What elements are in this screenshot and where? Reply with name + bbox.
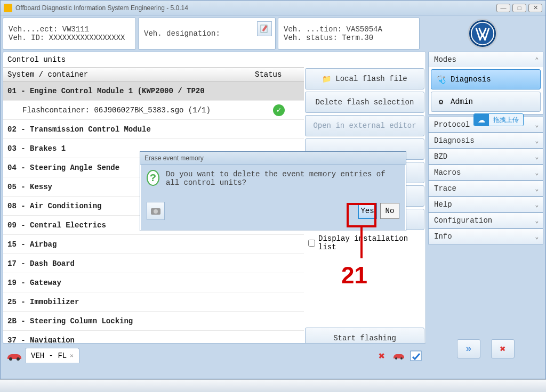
svg-point-5 (395, 357, 397, 360)
car-small-icon[interactable] (392, 349, 406, 363)
chevron-down-icon: ⌄ (535, 217, 539, 224)
chevron-down-icon: ⌄ (535, 233, 539, 240)
tab-veh-fl[interactable]: VEH - FL ✕ (25, 348, 79, 363)
annotation-line (360, 227, 363, 258)
status-ok-icon: ✓ (273, 104, 285, 116)
accordion-trace[interactable]: Trace⌄ (429, 181, 543, 196)
start-flashing-button[interactable]: Start flashing (305, 328, 424, 344)
gear-icon: ⚙ (436, 96, 446, 107)
column-system[interactable]: System / container (7, 70, 255, 79)
column-status[interactable]: Status (255, 70, 300, 79)
chevron-down-icon: ⌄ (535, 137, 539, 144)
tab-close-icon[interactable]: ✕ (70, 352, 74, 359)
svg-point-3 (9, 357, 12, 361)
annotation-number: 21 (341, 262, 367, 289)
stethoscope-icon: 🩺 (436, 74, 446, 85)
chevron-down-icon: ⌄ (535, 121, 539, 128)
vehicle-connection-box: Veh. ...tion: VAS5054A Veh. status: Term… (278, 18, 420, 50)
svg-point-9 (154, 209, 158, 214)
delete-flash-button[interactable]: Delete flash selection (305, 92, 424, 113)
window-title: Offboard Diagnostic Information System E… (15, 4, 188, 12)
accordion-configuration[interactable]: Configuration⌄ (429, 213, 543, 228)
no-button[interactable]: No (380, 203, 399, 219)
checklist-icon[interactable] (409, 349, 423, 363)
local-flash-file-button[interactable]: 📁Local flash file (305, 68, 424, 89)
svg-rect-0 (262, 25, 267, 31)
brand-logo (422, 18, 543, 50)
display-installation-list-label: Display installation list (318, 234, 421, 251)
cloud-icon: ☁ (474, 113, 489, 126)
taskbar (0, 379, 546, 392)
next-button[interactable]: » (457, 339, 480, 358)
accordion-macros[interactable]: Macros⌄ (429, 165, 543, 180)
annotation-box (347, 203, 376, 227)
svg-point-6 (400, 357, 403, 360)
table-row[interactable]: 19 - Gateway (3, 273, 304, 292)
max-btn[interactable]: □ (512, 4, 526, 12)
vehicle-project-box: Veh....ect: VW3111 Veh. ID: XXXXXXXXXXXX… (3, 18, 136, 50)
delete-icon[interactable]: ✖ (375, 349, 389, 363)
table-row[interactable]: 02 - Transmission Control Module (3, 120, 304, 139)
table-row[interactable]: 01 - Engine Control Module 1 (KWP2000 / … (3, 81, 304, 101)
table-row[interactable]: Flashcontainer: 06J906027BK_5383.sgo (1/… (3, 101, 304, 120)
chevron-down-icon: ⌄ (535, 169, 539, 176)
chevron-down-icon: ⌄ (535, 201, 539, 208)
edit-icon[interactable] (257, 21, 272, 36)
car-icon[interactable] (5, 349, 24, 363)
accordion-bzd[interactable]: BZD⌄ (429, 149, 543, 164)
app-icon (4, 4, 12, 12)
table-row[interactable]: 15 - Airbag (3, 235, 304, 254)
vehicle-designation-box: Veh. designation: (138, 18, 276, 50)
dialog-title: Erase event memory (140, 152, 406, 165)
table-row[interactable]: 2B - Steering Column Locking (3, 312, 304, 331)
mode-admin[interactable]: ⚙ Admin (431, 92, 541, 112)
chevron-down-icon: ⌄ (535, 153, 539, 160)
accordion-help[interactable]: Help⌄ (429, 197, 543, 212)
upload-badge[interactable]: ☁ 拖拽上传 (473, 113, 524, 126)
panel-title: Control units (3, 52, 425, 67)
dialog-text: Do you want to delete the event memory e… (166, 170, 399, 197)
screenshot-button[interactable] (147, 202, 165, 220)
table-row[interactable]: 17 - Dash Board (3, 254, 304, 273)
modes-header[interactable]: Modes⌃ (429, 52, 543, 67)
display-installation-list-checkbox[interactable] (308, 240, 315, 247)
table-row[interactable]: 37 - Navigation (3, 331, 304, 344)
close-btn[interactable]: ✕ (528, 4, 542, 12)
accordion-info[interactable]: Info⌄ (429, 229, 543, 244)
table-row[interactable]: 25 - Immobilizer (3, 292, 304, 312)
open-external-editor-button: Open in external editor (305, 115, 424, 136)
cancel-button[interactable]: ✖ (491, 339, 515, 358)
accordion-diagnosis[interactable]: Diagnosis⌄ (429, 133, 543, 148)
question-icon: ? (147, 170, 159, 186)
svg-point-4 (17, 357, 20, 361)
mode-diagnosis[interactable]: 🩺 Diagnosis (431, 69, 541, 89)
min-btn[interactable]: — (496, 4, 510, 12)
titlebar: Offboard Diagnostic Information System E… (1, 1, 545, 15)
chevron-down-icon: ⌄ (535, 185, 539, 192)
svg-rect-7 (411, 351, 421, 361)
chevron-up-icon: ⌃ (535, 56, 539, 63)
